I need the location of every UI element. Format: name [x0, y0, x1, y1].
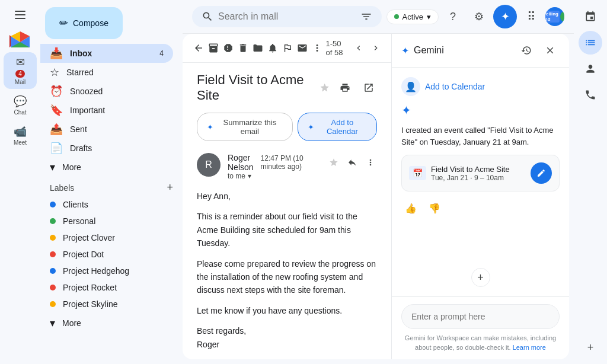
right-calendar-button[interactable] [579, 5, 602, 28]
chat-label: Chat [14, 109, 26, 116]
label-item-project-dot[interactable]: Project Dot [40, 246, 173, 263]
right-contacts-button[interactable] [579, 57, 602, 81]
sent-icon: 📤 [50, 123, 63, 136]
project-clover-label: Project Clover [63, 233, 115, 242]
thumbs-up-button[interactable]: 👍 [401, 199, 420, 218]
label-item-clients[interactable]: Clients [40, 196, 173, 213]
thumbs-down-button[interactable]: 👎 [425, 199, 444, 218]
star-button[interactable] [327, 153, 340, 172]
email-count: 1-50 of 58 [326, 39, 382, 58]
gemini-header: ✦ Gemini [392, 34, 569, 68]
email-body: Field Visit to Acme Site ✦ Summarize thi… [183, 63, 391, 359]
calendar-card-title: Field Visit to Acme Site [431, 165, 510, 174]
sidebar-item-snoozed[interactable]: ⏰ Snoozed [40, 82, 173, 101]
sidebar-item-more-labels[interactable]: ▾ More [40, 314, 173, 333]
sidebar-item-inbox[interactable]: 📥 Inbox 4 [40, 44, 173, 63]
project-skyline-dot [50, 301, 56, 307]
archive-button[interactable] [207, 39, 219, 58]
gemini-calendar-row: 👤 Add to Calendar [401, 77, 560, 96]
add-to-calendar-text[interactable]: Add to Calendar [425, 82, 485, 91]
inbox-badge: 4 [159, 49, 164, 58]
sidebar-item-meet[interactable]: 📹 Meet [4, 122, 37, 149]
help-button[interactable]: ? [441, 5, 465, 28]
delete-button[interactable] [237, 39, 249, 58]
summarize-label: Summarize this email [217, 118, 283, 136]
gemini-fab-button[interactable]: ✦ [493, 5, 517, 28]
sidebar-item-mail[interactable]: ✉ 4 Mail [4, 52, 37, 89]
active-status[interactable]: Active ▾ [386, 9, 439, 24]
inbox-label: Inbox [70, 49, 92, 58]
summarize-icon: ✦ [207, 123, 213, 132]
summarize-button[interactable]: ✦ Summarize this email [197, 113, 293, 141]
more-message-button[interactable] [363, 153, 377, 172]
prev-email-button[interactable] [353, 39, 365, 58]
label-item-project-hedgehog[interactable]: Project Hedgehog [40, 263, 173, 279]
search-input[interactable] [218, 11, 356, 22]
menu-icon[interactable] [10, 5, 30, 27]
dwelling-fund-logo: DwellingFund [545, 11, 560, 23]
sender-small-icon: 👤 [405, 81, 417, 92]
move-email-button[interactable] [296, 39, 308, 58]
subject-star-icon[interactable] [320, 82, 330, 94]
back-button[interactable] [192, 39, 205, 58]
add-task-button[interactable] [281, 39, 293, 58]
profile-pic: 👤 [560, 11, 564, 23]
gemini-close-button[interactable] [541, 41, 560, 60]
edit-calendar-event-button[interactable] [531, 162, 552, 184]
label-item-project-clover[interactable]: Project Clover [40, 229, 173, 246]
snoozed-label: Snoozed [70, 87, 103, 96]
sender-meta[interactable]: to me ▾ [228, 172, 254, 180]
add-to-calendar-button[interactable]: ✦ Add to Calendar [298, 113, 377, 141]
subject-text: Field Visit to Acme Site [197, 72, 312, 103]
sender-avatar: R [197, 153, 221, 177]
svg-rect-2 [15, 18, 25, 19]
project-skyline-label: Project Skyline [63, 299, 118, 309]
drafts-label: Drafts [70, 143, 92, 153]
right-add-button[interactable]: + [579, 336, 602, 359]
reply-quick-button[interactable] [345, 153, 359, 172]
search-icon [202, 11, 213, 23]
search-bar[interactable] [192, 6, 382, 27]
label-item-project-skyline[interactable]: Project Skyline [40, 296, 173, 312]
avatar[interactable]: DwellingFund 👤 [545, 7, 564, 26]
sidebar-item-drafts[interactable]: 📄 Drafts [40, 139, 173, 158]
search-filter-icon[interactable] [360, 11, 372, 23]
right-tasks-button[interactable] [579, 31, 602, 55]
email-text-body: Hey Ann, This is a reminder about our fi… [197, 190, 377, 351]
sidebar-item-starred[interactable]: ☆ Starred [40, 63, 173, 82]
gemini-history-button[interactable] [517, 41, 536, 60]
top-icons: Active ▾ ? ⚙ ✦ ⠿ DwellingFund 👤 [386, 5, 564, 28]
gemini-footer: Gemini for Workspace can make mistakes, … [392, 296, 569, 359]
personal-label: Personal [63, 216, 95, 226]
more-email-button[interactable] [311, 39, 324, 58]
sidebar-item-chat[interactable]: 💬 Chat [4, 91, 37, 119]
settings-icon: ⚙ [474, 10, 484, 23]
report-button[interactable] [222, 39, 234, 58]
labels-section: Labels + [40, 177, 183, 196]
move-to-button[interactable] [251, 39, 264, 58]
prompt-input[interactable] [401, 304, 560, 329]
learn-more-link[interactable]: Learn more [513, 344, 546, 351]
project-dot-label: Project Dot [63, 250, 104, 259]
svg-rect-0 [15, 11, 25, 12]
add-gemini-button[interactable]: + [471, 268, 490, 287]
sidebar-item-important[interactable]: 🔖 Important [40, 101, 173, 120]
sidebar-item-sent[interactable]: 📤 Sent [40, 120, 173, 139]
apps-button[interactable]: ⠿ [519, 5, 543, 28]
clients-dot [50, 202, 56, 207]
calendar-card: 📅 Field Visit to Acme Site Tue, Jan 21 ·… [401, 155, 560, 191]
snooze-button[interactable] [266, 39, 279, 58]
open-in-new-button[interactable] [360, 78, 377, 97]
email-ai-actions: ✦ Summarize this email ✦ Add to Calendar [197, 113, 377, 141]
right-phone-button[interactable] [579, 83, 602, 107]
next-email-button[interactable] [370, 39, 382, 58]
more-nav-label: More [62, 162, 81, 172]
label-item-personal[interactable]: Personal [40, 213, 173, 229]
sidebar-item-more[interactable]: ▾ More [40, 158, 173, 177]
label-item-project-rocket[interactable]: Project Rocket [40, 279, 173, 296]
right-panel: + [574, 0, 607, 364]
compose-button[interactable]: ✏ Compose [45, 7, 123, 39]
print-button[interactable] [337, 78, 353, 97]
settings-button[interactable]: ⚙ [467, 5, 491, 28]
add-label-button[interactable]: + [167, 181, 173, 194]
